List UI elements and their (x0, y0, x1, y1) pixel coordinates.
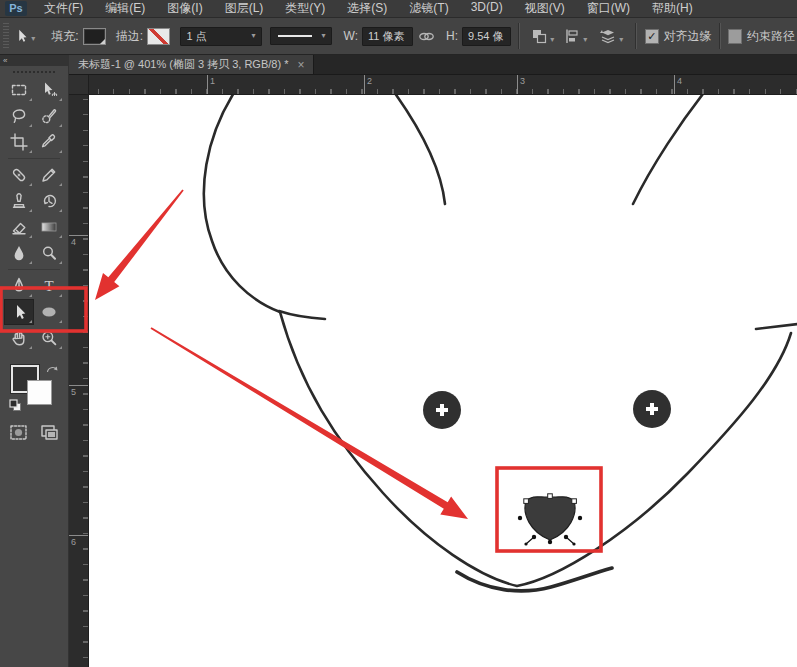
menu-item-1[interactable]: 文件(F) (33, 0, 94, 17)
clone-stamp-tool[interactable] (4, 188, 34, 214)
shape-width-input[interactable]: 11 像素 (362, 27, 413, 46)
tool-preset-picker[interactable]: ▾ (13, 28, 35, 44)
chevron-down-icon: ▾ (31, 34, 35, 44)
zoom-tool[interactable] (34, 325, 64, 351)
menu-item-7[interactable]: 滤镜(T) (398, 0, 459, 17)
ruler-mark-2: 2 (364, 75, 372, 94)
marquee-icon (10, 81, 28, 99)
crop-tool[interactable] (4, 129, 34, 155)
left-eye (423, 391, 461, 429)
document-area: 未标题-1 @ 401% (椭圆 3 拷贝 3, RGB/8) * × 1234… (69, 55, 797, 667)
link-dimensions-icon[interactable] (418, 31, 435, 42)
menu-item-10[interactable]: 窗口(W) (576, 0, 641, 17)
shape-height-value: 9.54 像 (468, 29, 503, 44)
document-canvas[interactable] (89, 95, 797, 667)
ellipse-icon (40, 303, 58, 321)
ruler-mark-3: 3 (517, 75, 525, 94)
align-edges-checkbox[interactable]: ✓ (645, 29, 659, 44)
stroke-style-select[interactable]: ▾ (270, 27, 332, 45)
swap-colors-icon[interactable] (46, 360, 59, 378)
panel-grip[interactable] (13, 71, 55, 73)
width-label: W: (344, 29, 358, 43)
type-tool[interactable]: T (34, 273, 64, 299)
vertical-ruler[interactable]: 456 (69, 95, 89, 667)
history-brush-tool[interactable] (34, 188, 64, 214)
type-icon: T (40, 277, 58, 295)
eyedropper-tool[interactable] (34, 129, 64, 155)
left-ear-outline (204, 95, 280, 312)
shape-height-input[interactable]: 9.54 像 (462, 27, 511, 46)
document-title: 未标题-1 @ 401% (椭圆 3 拷贝 3, RGB/8) * (78, 57, 288, 72)
move-tool[interactable] (34, 77, 64, 103)
menu-item-2[interactable]: 编辑(E) (94, 0, 156, 17)
chevron-down-icon: ▾ (550, 35, 554, 45)
lasso-tool[interactable] (4, 103, 34, 129)
path-selection-cursor-icon (13, 28, 29, 44)
close-tab-icon[interactable]: × (297, 59, 304, 71)
path-operations-button[interactable]: ▾ (531, 28, 554, 45)
path-selection-tool[interactable] (4, 299, 34, 325)
blur-tool[interactable] (4, 240, 34, 266)
spot-healing-brush-tool[interactable] (4, 162, 34, 188)
menu-item-9[interactable]: 视图(V) (514, 0, 576, 17)
menu-item-11[interactable]: 帮助(H) (641, 0, 704, 17)
pen-tool[interactable] (4, 273, 34, 299)
shape-width-value: 11 像素 (368, 29, 404, 44)
fill-label: 填充: (51, 28, 78, 45)
eraser-icon (10, 218, 28, 236)
menu-item-3[interactable]: 图像(I) (156, 0, 213, 17)
fill-swatch[interactable] (83, 28, 106, 45)
default-colors-icon[interactable] (9, 398, 22, 416)
document-tab[interactable]: 未标题-1 @ 401% (椭圆 3 拷贝 3, RGB/8) * × (69, 55, 314, 74)
right-cheek-stub (756, 324, 797, 329)
height-label: H: (446, 29, 458, 43)
tools-separator (8, 269, 60, 270)
hand-tool[interactable] (4, 325, 34, 351)
options-bar-grip[interactable] (3, 23, 9, 49)
constrain-path-checkbox[interactable] (728, 29, 742, 44)
menu-item-4[interactable]: 图层(L) (214, 0, 275, 17)
photoshop-logo: Ps (5, 1, 27, 16)
lasso-icon (10, 107, 28, 125)
document-tab-bar: 未标题-1 @ 401% (椭圆 3 拷贝 3, RGB/8) * × (69, 55, 797, 75)
menu-bar: Ps 文件(F)编辑(E)图像(I)图层(L)类型(Y)选择(S)滤镜(T)3D… (0, 0, 797, 18)
stroke-swatch[interactable] (147, 28, 170, 45)
dodge-tool[interactable] (34, 240, 64, 266)
ruler-corner[interactable] (69, 75, 89, 95)
ruler-mark-5: 5 (69, 385, 88, 397)
quick-selection-icon (40, 107, 58, 125)
ellipse-shape-tool[interactable] (34, 299, 64, 325)
stroke-width-select[interactable]: 1 点 ▾ (180, 27, 261, 46)
healing-bandage-icon (10, 166, 28, 184)
pencil-tool[interactable] (34, 162, 64, 188)
water-drop-icon (10, 244, 28, 262)
rectangular-marquee-tool[interactable] (4, 77, 34, 103)
screen-mode-button[interactable] (40, 424, 59, 445)
quick-mask-button[interactable] (9, 424, 28, 445)
menu-item-5[interactable]: 类型(Y) (274, 0, 336, 17)
path-arrangement-button[interactable]: ▾ (597, 28, 623, 45)
horizontal-ruler[interactable]: 1234 (89, 75, 797, 95)
ruler-mark-6: 6 (69, 535, 88, 547)
right-eye (633, 390, 671, 428)
collapse-panel-button[interactable]: « (0, 55, 68, 66)
eraser-tool[interactable] (4, 214, 34, 240)
menu-items: 文件(F)编辑(E)图像(I)图层(L)类型(Y)选择(S)滤镜(T)3D(D)… (33, 0, 704, 17)
constrain-path-label: 约束路径 (747, 28, 795, 45)
stroke-label: 描边: (116, 28, 143, 45)
gradient-tool[interactable] (34, 214, 64, 240)
pencil-icon (40, 166, 58, 184)
ruler-mark-4: 4 (69, 235, 88, 247)
separator (635, 23, 636, 49)
nose-path (525, 497, 575, 540)
face-outline (280, 312, 791, 586)
menu-item-6[interactable]: 选择(S) (336, 0, 398, 17)
eyedropper-icon (40, 133, 58, 151)
path-alignment-button[interactable]: ▾ (564, 28, 587, 45)
quick-selection-tool[interactable] (34, 103, 64, 129)
menu-item-8[interactable]: 3D(D) (460, 0, 514, 17)
nose-shape-selected[interactable] (518, 494, 582, 546)
tools-separator (8, 158, 60, 159)
background-color-swatch[interactable] (27, 380, 52, 405)
chevron-down-icon: ▾ (252, 31, 256, 41)
